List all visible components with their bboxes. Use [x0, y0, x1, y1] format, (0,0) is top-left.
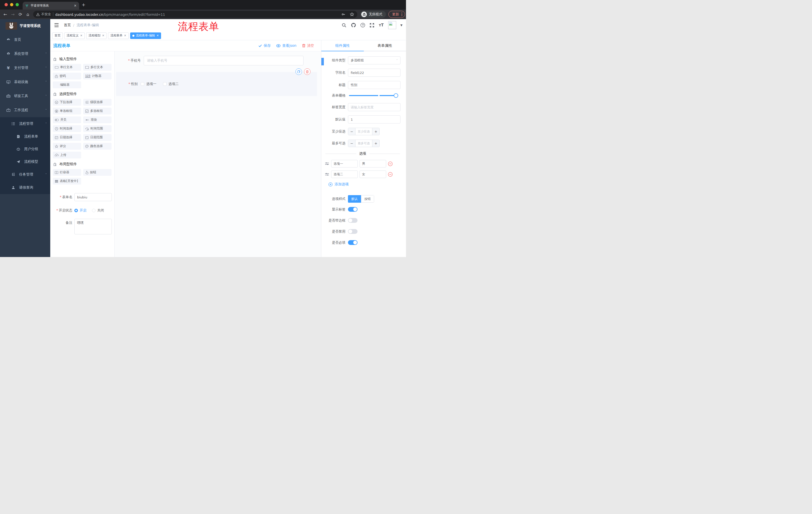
component-chip-counter[interactable]: 123 计数器 — [83, 73, 112, 79]
option2-value-input[interactable]: 女 — [359, 170, 386, 178]
sidebar-item-process-model[interactable]: 流程模型 — [0, 155, 50, 168]
sidebar-item-user-groups[interactable]: 用户分组 — [0, 143, 50, 155]
tab-close-icon[interactable]: ✕ — [74, 4, 77, 7]
sidebar-item-leave-query[interactable]: 请假查询 — [0, 181, 50, 194]
increase-icon[interactable]: + — [372, 128, 379, 135]
save-button[interactable]: 保存 — [258, 44, 270, 48]
component-chip-upload[interactable]: 上传 — [53, 152, 81, 158]
window-zoom-button[interactable] — [16, 3, 19, 6]
border-switch[interactable] — [348, 218, 357, 223]
close-icon[interactable]: ✕ — [80, 34, 82, 37]
disabled-switch[interactable] — [348, 229, 357, 234]
option1-value-input[interactable]: 男 — [359, 160, 386, 167]
component-chip-select[interactable]: 下拉选择 — [53, 99, 81, 106]
browser-update-button[interactable]: 更新 — [388, 11, 405, 18]
bookmark-star-icon[interactable] — [350, 12, 354, 17]
status-radio-off[interactable]: 关闭 — [92, 208, 104, 213]
decrease-icon[interactable]: − — [348, 128, 355, 135]
component-chip-single-text[interactable]: 单行文本 — [53, 64, 81, 71]
sidebar-item-process-management[interactable]: 流程管理 ˄ — [0, 117, 50, 130]
component-chip-time-range[interactable]: 时间范围 — [83, 125, 112, 132]
sidebar-item-task-management[interactable]: 任务管理 ˅ — [0, 168, 50, 181]
browser-menu-icon[interactable] — [402, 12, 402, 16]
tag-process-form-edit[interactable]: 流程表单-编辑✕ — [130, 32, 161, 39]
font-size-icon[interactable]: тT — [379, 23, 384, 28]
browser-tab[interactable]: 芋道管理系统 ✕ — [23, 2, 79, 9]
option-style-button[interactable]: 按钮 — [361, 195, 374, 203]
breadcrumb-home[interactable]: 首页 — [64, 23, 71, 27]
drag-handle-icon[interactable] — [325, 162, 329, 166]
component-chip-password[interactable]: 密码 — [53, 73, 81, 79]
component-chip-time-picker[interactable]: 时间选择 — [53, 125, 81, 132]
tag-process-model[interactable]: 流程模型✕ — [86, 32, 107, 39]
sidebar-item-devtools[interactable]: 研发工具 ˅ — [0, 89, 50, 103]
gender-checkbox-option1[interactable]: 选项一 — [141, 82, 156, 86]
min-select-value[interactable]: 至少应选 — [355, 128, 372, 135]
form-grid-slider[interactable] — [349, 95, 396, 96]
component-chip-date-range[interactable]: 日期范围 — [83, 134, 112, 141]
close-icon[interactable]: ✕ — [102, 34, 104, 37]
window-minimize-button[interactable] — [10, 3, 13, 6]
tab-form-props[interactable]: 表单属性 — [364, 40, 406, 51]
add-option-button[interactable]: 添加选项 — [328, 182, 401, 187]
component-chip-rate[interactable]: 评分 — [53, 143, 81, 150]
form-name-input[interactable] — [75, 193, 112, 201]
phone-input[interactable]: 请输入手机号 — [144, 56, 303, 65]
search-icon[interactable] — [342, 23, 347, 28]
component-chip-button[interactable]: 按钮 — [83, 169, 112, 176]
show-label-switch[interactable] — [348, 207, 357, 212]
avatar-caret-icon[interactable]: ▼ — [401, 24, 403, 27]
fullscreen-icon[interactable] — [370, 23, 375, 28]
min-select-stepper[interactable]: − 至少应选 + — [348, 128, 380, 135]
field-link-tab[interactable] — [321, 58, 324, 65]
sidebar-item-home[interactable]: 首页 — [0, 33, 50, 47]
max-select-stepper[interactable]: − 最多可选 + — [348, 140, 380, 147]
component-chip-radio-group[interactable]: 单选框组 — [53, 108, 81, 114]
new-tab-button[interactable]: + — [82, 2, 85, 7]
gender-checkbox-option2[interactable]: 选项二 — [163, 82, 179, 86]
reload-icon[interactable]: ⟳ — [17, 12, 24, 17]
sidebar-item-infrastructure[interactable]: 基础设施 ˅ — [0, 75, 50, 89]
component-chip-slider[interactable]: 滑块 — [83, 116, 112, 123]
address-bar[interactable]: 不安全 dashboard.yudao.iocoder.cn/bpm/manag… — [33, 11, 357, 18]
view-json-button[interactable]: 查看json — [276, 44, 296, 48]
github-icon[interactable] — [351, 23, 356, 28]
sidebar-item-system[interactable]: 系统管理 ˅ — [0, 47, 50, 61]
home-icon[interactable]: ⌂ — [24, 12, 32, 17]
canvas-field-gender-selected[interactable]: 性别 选项一 选项二 — [116, 72, 317, 96]
sidebar-item-workflow[interactable]: 工作流程 ˄ — [0, 103, 50, 117]
back-icon[interactable]: ← — [1, 12, 9, 17]
status-radio-on[interactable]: 开启 — [75, 208, 86, 213]
max-select-value[interactable]: 最多可选 — [355, 140, 372, 147]
option2-label-input[interactable]: 选项二 — [331, 170, 358, 178]
field-name-input[interactable] — [348, 69, 401, 77]
component-chip-date-picker[interactable]: 日期选择 — [53, 134, 81, 141]
increase-icon[interactable]: + — [372, 140, 379, 147]
window-close-button[interactable] — [4, 3, 8, 6]
component-chip-multi-text[interactable]: 多行文本 — [83, 64, 112, 71]
remark-textarea[interactable] — [75, 219, 112, 234]
sidebar-collapse-icon[interactable] — [54, 22, 59, 28]
forward-icon[interactable]: → — [9, 12, 17, 17]
password-key-icon[interactable] — [341, 12, 346, 17]
remove-option-icon[interactable] — [388, 172, 393, 177]
option-style-default[interactable]: 默认 — [348, 195, 361, 203]
component-chip-color-picker[interactable]: 颜色选择 — [83, 143, 112, 150]
tab-component-props[interactable]: 组件属性 — [321, 40, 364, 51]
delete-component-button[interactable] — [304, 69, 311, 75]
component-chip-row-container[interactable]: 行容器 — [53, 169, 81, 176]
duplicate-component-button[interactable] — [295, 69, 302, 75]
avatar-broken-image[interactable] — [388, 21, 396, 29]
component-chip-table[interactable]: 表格[开发中] — [53, 178, 81, 185]
sidebar-item-process-form[interactable]: 流程表单 — [0, 130, 50, 143]
close-icon[interactable]: ✕ — [156, 34, 159, 37]
drag-handle-icon[interactable] — [325, 172, 329, 176]
option1-label-input[interactable]: 选项一 — [331, 160, 358, 167]
help-icon[interactable] — [360, 23, 365, 28]
app-logo-row[interactable]: 芋道管理系统 — [0, 19, 50, 33]
tag-process-form[interactable]: 流程表单✕ — [108, 32, 128, 39]
close-icon[interactable]: ✕ — [124, 34, 126, 37]
canvas-field-phone[interactable]: 手机号 请输入手机号 — [122, 56, 314, 65]
required-switch[interactable] — [348, 240, 357, 245]
slider-handle[interactable] — [394, 93, 398, 98]
